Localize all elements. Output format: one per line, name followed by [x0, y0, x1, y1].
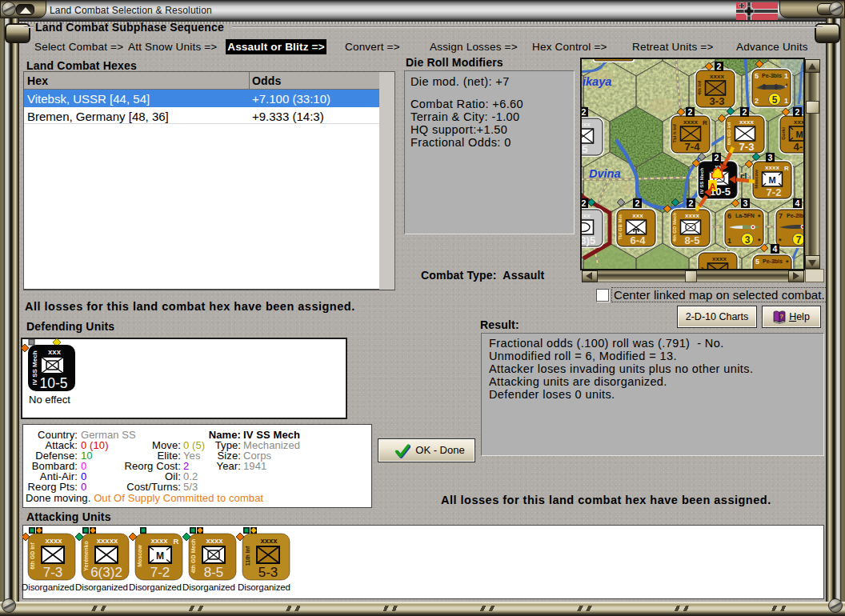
svg-text:xxx: xxx	[632, 212, 643, 219]
svg-text:4th GD Mech: 4th GD Mech	[190, 539, 196, 574]
svg-text:2: 2	[689, 198, 694, 208]
svg-text:R: R	[174, 537, 179, 546]
svg-text:*: *	[779, 237, 782, 245]
svg-text:*: *	[786, 258, 789, 266]
svg-text:La-5FN: La-5FN	[735, 213, 755, 218]
svg-text:R: R	[703, 119, 707, 126]
svg-text:xxx: xxx	[48, 347, 62, 356]
svg-text:2: 2	[795, 107, 800, 117]
svg-text:7-3: 7-3	[43, 565, 63, 580]
svg-text:xxxxx: xxxxx	[97, 536, 118, 545]
svg-text:2: 2	[635, 198, 640, 208]
svg-text:2: 2	[582, 107, 587, 117]
svg-text:7: 7	[779, 212, 783, 220]
svg-text:7-3: 7-3	[739, 141, 755, 153]
svg-text:Pe-3bis: Pe-3bis	[763, 258, 783, 264]
svg-text:11th Inf: 11th Inf	[245, 546, 250, 566]
svg-text:6: 6	[727, 212, 731, 220]
svg-text:8-5: 8-5	[685, 234, 700, 246]
svg-text:R: R	[784, 165, 789, 172]
svg-text:6(3)2: 6(3)2	[90, 565, 122, 580]
svg-text:8(3)5: 8(3)5	[582, 234, 595, 246]
svg-text:4th GD Mech: 4th GD Mech	[672, 212, 677, 242]
svg-text:*: *	[758, 213, 761, 221]
svg-text:2: 2	[688, 107, 693, 117]
svg-text:Pe-3bis: Pe-3bis	[762, 73, 782, 78]
svg-text:xxxx: xxxx	[739, 118, 754, 126]
svg-text:xxxx: xxxx	[712, 255, 727, 262]
svg-text:M: M	[768, 175, 775, 185]
svg-text:3-3: 3-3	[710, 95, 725, 107]
svg-text:xxx: xxx	[582, 121, 591, 128]
svg-text:7: 7	[796, 234, 802, 246]
svg-text:Yerémenko: Yerémenko	[83, 541, 89, 570]
svg-text:Gorki: Gorki	[781, 127, 786, 140]
svg-text:4-2: 4-2	[794, 141, 803, 153]
svg-text:xxxx: xxxx	[45, 536, 62, 545]
svg-text:2: 2	[582, 198, 587, 208]
svg-text:1: 1	[784, 72, 788, 80]
svg-text:3: 3	[768, 153, 773, 162]
svg-text:5: 5	[755, 258, 759, 266]
svg-text:2: 2	[717, 62, 722, 71]
svg-text:4: 4	[795, 198, 800, 208]
svg-text:7-4: 7-4	[685, 141, 701, 153]
svg-text:xxxx: xxxx	[150, 536, 168, 545]
svg-text:M: M	[156, 550, 164, 562]
svg-text:xxxx: xxxx	[683, 118, 698, 126]
svg-text:8-5: 8-5	[582, 143, 587, 155]
svg-text:7-2: 7-2	[767, 186, 782, 198]
svg-text:M: M	[795, 130, 803, 139]
svg-text:IV SS Mech: IV SS Mech	[31, 350, 38, 385]
svg-text:3: 3	[743, 198, 748, 208]
svg-text:?: ?	[779, 313, 783, 320]
svg-text:xxxx: xxxx	[765, 164, 779, 171]
svg-text:5: 5	[755, 72, 759, 80]
svg-text:6-4: 6-4	[631, 234, 647, 246]
svg-text:4th Inf: 4th Inf	[697, 80, 702, 95]
svg-text:xxxx: xxxx	[685, 212, 699, 219]
svg-text:2: 2	[715, 153, 719, 162]
svg-text:4: 4	[773, 244, 778, 254]
svg-text:Moscow: Moscow	[137, 545, 142, 567]
svg-text:xxxx: xxxx	[206, 536, 223, 545]
svg-text:2: 2	[755, 97, 759, 105]
svg-text:xxxx: xxxx	[260, 536, 278, 545]
svg-text:Tbl GB Min: Tbl GB Min	[618, 214, 623, 240]
svg-text:IV SS Mech: IV SS Mech	[699, 167, 704, 194]
svg-text:8-5: 8-5	[204, 565, 224, 580]
svg-text:3: 3	[745, 234, 751, 246]
svg-text:5: 5	[772, 94, 778, 106]
svg-text:Pe-2lb: Pe-2lb	[787, 213, 803, 218]
svg-text:*: *	[758, 237, 761, 245]
svg-text:1: 1	[727, 237, 731, 245]
svg-text:6th GD Inf: 6th GD Inf	[30, 542, 35, 570]
svg-text:Moscow: Moscow	[754, 170, 759, 189]
svg-text:Tbl h Inf: Tbl h Inf	[672, 123, 677, 142]
svg-text:2: 2	[743, 107, 747, 117]
svg-text:10-5: 10-5	[39, 375, 67, 391]
svg-text:5-3: 5-3	[258, 565, 278, 580]
svg-text:1: 1	[784, 97, 788, 105]
svg-text:xxxx: xxxx	[710, 73, 724, 80]
svg-text:ikaya: ikaya	[583, 75, 611, 88]
svg-text:xxx: xxx	[582, 212, 591, 219]
svg-text:xxxx: xxxx	[794, 118, 803, 126]
svg-text:6th GD Inf: 6th GD Inf	[727, 122, 731, 146]
svg-text:Dvina: Dvina	[589, 167, 621, 180]
svg-text:7-2: 7-2	[150, 565, 170, 580]
